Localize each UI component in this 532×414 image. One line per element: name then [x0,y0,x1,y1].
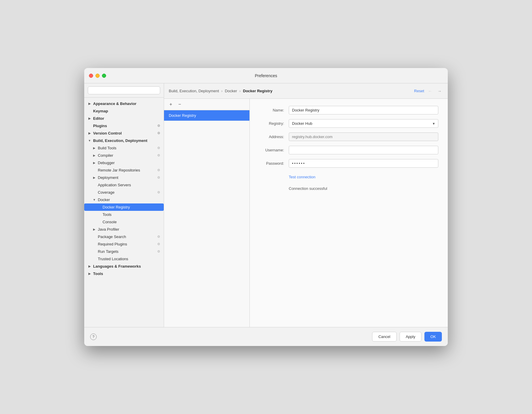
name-row: Name: [259,106,438,114]
remove-registry-button[interactable]: − [176,101,183,108]
sidebar-item-label: Remote Jar Repositories [98,168,140,172]
sidebar-item-docker-tools[interactable]: Tools [84,211,164,218]
list-toolbar: + − [164,99,249,110]
chevron-icon: ▶ [93,161,96,164]
sidebar-item-label: Docker Registry [103,205,130,209]
settings-icon: ⚙ [157,168,160,172]
sidebar-item-required-plugins[interactable]: Required Plugins ⚙ [84,240,164,248]
sidebar-item-label: Build Tools [98,146,116,150]
sidebar-item-label: Deployment [98,175,118,180]
nav-back-button[interactable]: ← [426,88,434,95]
password-row: Password: [259,159,438,168]
breadcrumb-item-2[interactable]: Docker [225,89,237,93]
sidebar-item-label: Tools [93,271,103,276]
search-wrapper: 🔍 [88,86,160,94]
sidebar-item-version-control[interactable]: ▶ Version Control ⚙ [84,130,164,137]
sidebar-item-trusted-locations[interactable]: Trusted Locations [84,255,164,263]
bottom-actions: Cancel Apply OK [372,332,442,342]
sidebar-item-keymap[interactable]: Keymap [84,107,164,115]
maximize-button[interactable] [102,74,106,78]
breadcrumb-sep-2: › [239,89,241,93]
window-title: Preferences [255,73,277,78]
sidebar-item-label: Coverage [98,190,114,195]
test-connection-button[interactable]: Test connection [289,175,315,179]
sidebar-item-label: Required Plugins [98,242,127,246]
ok-button[interactable]: OK [424,332,442,342]
titlebar: Preferences [84,68,448,83]
chevron-icon: ▶ [93,154,96,157]
sidebar-item-plugins[interactable]: Plugins ⚙ [84,122,164,130]
sidebar-item-label: Docker [98,198,110,202]
right-panel: Build, Execution, Deployment › Docker › … [164,83,448,327]
reset-button[interactable]: Reset [414,89,424,93]
sidebar: 🔍 ▶ Appearance & Behavior Keymap ▶ [84,83,164,327]
sidebar-item-build-tools[interactable]: ▶ Build Tools ⚙ [84,144,164,152]
chevron-down-icon: ▼ [88,139,91,142]
sidebar-item-package-search[interactable]: Package Search ⚙ [84,233,164,240]
sidebar-list: ▶ Appearance & Behavior Keymap ▶ Editor … [84,98,164,327]
sidebar-item-label: Application Servers [98,183,131,187]
sidebar-item-label: Run Targets [98,249,119,254]
sidebar-item-app-servers[interactable]: Application Servers [84,181,164,189]
chevron-down-icon: ▼ [93,198,96,201]
sidebar-item-docker[interactable]: ▼ Docker [84,196,164,203]
sidebar-item-label: Editor [93,116,104,121]
sidebar-item-languages-frameworks[interactable]: ▶ Languages & Frameworks [84,263,164,270]
sidebar-item-debugger[interactable]: ▶ Debugger [84,159,164,166]
username-input[interactable] [289,146,438,154]
sidebar-item-appearance[interactable]: ▶ Appearance & Behavior [84,100,164,107]
settings-icon: ⚙ [157,131,160,135]
name-label: Name: [259,108,289,112]
chevron-icon: ▶ [93,146,96,150]
search-input[interactable] [88,86,160,94]
nav-forward-button[interactable]: → [436,88,443,95]
connection-status-text: Connection successful [289,186,327,191]
settings-icon: ⚙ [157,176,160,179]
chevron-icon: ▶ [93,228,96,231]
sidebar-item-deployment[interactable]: ▶ Deployment ⚙ [84,174,164,181]
cancel-button[interactable]: Cancel [372,332,396,342]
right-header: Build, Execution, Deployment › Docker › … [164,83,448,99]
chevron-icon: ▶ [88,102,91,105]
chevron-icon: ▶ [88,272,91,275]
address-input[interactable] [289,132,438,141]
sidebar-item-build-exec-deploy[interactable]: ▼ Build, Execution, Deployment [84,137,164,144]
sidebar-item-java-profiler[interactable]: ▶ Java Profiler [84,226,164,233]
name-input[interactable] [289,106,438,114]
add-registry-button[interactable]: + [168,101,174,108]
sidebar-item-label: Java Profiler [98,227,119,232]
help-button[interactable]: ? [90,334,97,340]
search-bar: 🔍 [84,83,164,98]
registry-list-item[interactable]: Docker Registry [164,110,249,121]
traffic-lights [89,74,106,78]
preferences-window: Preferences 🔍 ▶ Appearance & Behavior [84,68,448,346]
sidebar-item-label: Version Control [93,131,122,135]
registry-select[interactable]: Docker Hub GitLab Amazon ECR Google Cont… [289,119,438,128]
sidebar-item-label: Compiler [98,153,113,158]
sidebar-item-console[interactable]: Console [84,218,164,226]
settings-icon: ⚙ [157,250,160,253]
minimize-button[interactable] [95,74,100,78]
sidebar-item-label: Languages & Frameworks [93,264,141,269]
sidebar-item-tools-root[interactable]: ▶ Tools [84,270,164,277]
list-panel: + − Docker Registry [164,99,250,327]
sidebar-item-remote-jar[interactable]: Remote Jar Repositories ⚙ [84,166,164,174]
content-split: + − Docker Registry Name: [164,99,448,327]
registry-list: Docker Registry [164,110,249,327]
close-button[interactable] [89,74,93,78]
apply-button[interactable]: Apply [400,332,422,342]
password-input[interactable] [289,159,438,168]
sidebar-item-docker-registry[interactable]: Docker Registry [84,203,164,211]
sidebar-item-label: Tools [103,212,111,217]
breadcrumb-item-3[interactable]: Docker Registry [243,89,273,93]
form-panel: Name: Registry: Docker Hub GitLab Amazon… [250,99,448,327]
sidebar-item-coverage[interactable]: Coverage ⚙ [84,189,164,196]
sidebar-item-compiler[interactable]: ▶ Compiler ⚙ [84,152,164,159]
sidebar-item-label: Appearance & Behavior [93,101,137,106]
breadcrumb-item-1[interactable]: Build, Execution, Deployment [169,89,219,93]
sidebar-item-label: Trusted Locations [98,257,128,261]
bottom-bar: ? Cancel Apply OK [84,327,448,346]
password-label: Password: [259,161,289,166]
sidebar-item-editor[interactable]: ▶ Editor [84,115,164,122]
sidebar-item-run-targets[interactable]: Run Targets ⚙ [84,248,164,255]
